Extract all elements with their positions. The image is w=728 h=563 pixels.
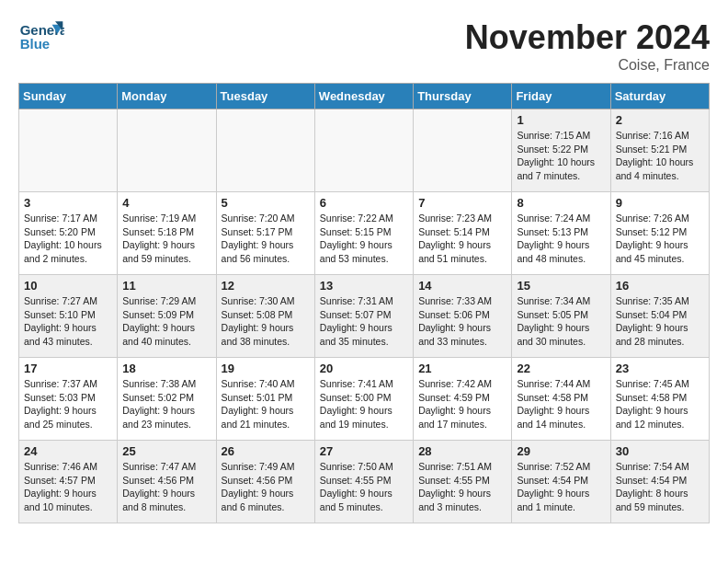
day-number: 22 (517, 362, 605, 375)
day-content: Sunrise: 7:22 AM Sunset: 5:15 PM Dayligh… (320, 212, 408, 266)
calendar-cell: 8Sunrise: 7:24 AM Sunset: 5:13 PM Daylig… (512, 192, 610, 275)
calendar-cell: 1Sunrise: 7:15 AM Sunset: 5:22 PM Daylig… (512, 109, 610, 192)
day-content: Sunrise: 7:51 AM Sunset: 4:55 PM Dayligh… (418, 460, 506, 514)
calendar-cell: 29Sunrise: 7:52 AM Sunset: 4:54 PM Dayli… (512, 441, 610, 523)
day-content: Sunrise: 7:49 AM Sunset: 4:56 PM Dayligh… (222, 460, 310, 514)
day-content: Sunrise: 7:23 AM Sunset: 5:14 PM Dayligh… (418, 212, 506, 266)
calendar-cell (314, 109, 413, 192)
day-number: 3 (24, 196, 112, 210)
logo: General Blue (18, 18, 68, 55)
day-number: 15 (517, 279, 605, 293)
weekday-header-row: SundayMondayTuesdayWednesdayThursdayFrid… (19, 84, 710, 109)
day-content: Sunrise: 7:41 AM Sunset: 5:00 PM Dayligh… (320, 377, 408, 431)
calendar-cell (118, 109, 216, 192)
day-number: 5 (222, 196, 310, 210)
day-content: Sunrise: 7:33 AM Sunset: 5:06 PM Dayligh… (418, 294, 506, 349)
day-content: Sunrise: 7:35 AM Sunset: 5:04 PM Dayligh… (616, 294, 704, 349)
calendar-week-row: 24Sunrise: 7:46 AM Sunset: 4:57 PM Dayli… (19, 441, 710, 523)
calendar-cell: 3Sunrise: 7:17 AM Sunset: 5:20 PM Daylig… (19, 192, 118, 275)
calendar-cell: 5Sunrise: 7:20 AM Sunset: 5:17 PM Daylig… (216, 192, 314, 275)
calendar-week-row: 17Sunrise: 7:37 AM Sunset: 5:03 PM Dayli… (19, 358, 710, 441)
day-content: Sunrise: 7:31 AM Sunset: 5:07 PM Dayligh… (320, 294, 408, 349)
calendar-cell (414, 109, 512, 192)
calendar-cell: 26Sunrise: 7:49 AM Sunset: 4:56 PM Dayli… (216, 441, 314, 523)
day-number: 16 (616, 279, 704, 293)
day-content: Sunrise: 7:46 AM Sunset: 4:57 PM Dayligh… (24, 460, 112, 514)
calendar-cell: 24Sunrise: 7:46 AM Sunset: 4:57 PM Dayli… (19, 441, 118, 523)
calendar-cell (216, 109, 314, 192)
day-number: 21 (418, 362, 506, 375)
calendar-cell: 25Sunrise: 7:47 AM Sunset: 4:56 PM Dayli… (118, 441, 216, 523)
day-number: 28 (418, 444, 506, 458)
calendar-cell: 9Sunrise: 7:26 AM Sunset: 5:12 PM Daylig… (610, 192, 709, 275)
location: Coise, France (465, 57, 710, 74)
day-number: 18 (122, 362, 210, 375)
calendar-cell: 21Sunrise: 7:42 AM Sunset: 4:59 PM Dayli… (414, 358, 512, 441)
day-content: Sunrise: 7:52 AM Sunset: 4:54 PM Dayligh… (517, 460, 605, 514)
calendar-cell: 28Sunrise: 7:51 AM Sunset: 4:55 PM Dayli… (414, 441, 512, 523)
page-header: General Blue November 2024 Coise, France (18, 18, 710, 74)
day-content: Sunrise: 7:44 AM Sunset: 4:58 PM Dayligh… (517, 377, 605, 431)
day-content: Sunrise: 7:24 AM Sunset: 5:13 PM Dayligh… (517, 212, 605, 266)
calendar-cell: 20Sunrise: 7:41 AM Sunset: 5:00 PM Dayli… (314, 358, 413, 441)
day-number: 17 (24, 362, 112, 375)
day-content: Sunrise: 7:26 AM Sunset: 5:12 PM Dayligh… (616, 212, 704, 266)
day-number: 29 (517, 444, 605, 458)
calendar-cell: 4Sunrise: 7:19 AM Sunset: 5:18 PM Daylig… (118, 192, 216, 275)
calendar-cell: 10Sunrise: 7:27 AM Sunset: 5:10 PM Dayli… (19, 275, 118, 358)
calendar-cell: 2Sunrise: 7:16 AM Sunset: 5:21 PM Daylig… (610, 109, 709, 192)
day-content: Sunrise: 7:15 AM Sunset: 5:22 PM Dayligh… (517, 129, 605, 183)
day-number: 25 (122, 444, 210, 458)
day-content: Sunrise: 7:17 AM Sunset: 5:20 PM Dayligh… (24, 212, 112, 266)
calendar-week-row: 3Sunrise: 7:17 AM Sunset: 5:20 PM Daylig… (19, 192, 710, 275)
day-content: Sunrise: 7:37 AM Sunset: 5:03 PM Dayligh… (24, 377, 112, 431)
day-content: Sunrise: 7:42 AM Sunset: 4:59 PM Dayligh… (418, 377, 506, 431)
calendar-cell: 23Sunrise: 7:45 AM Sunset: 4:58 PM Dayli… (610, 358, 709, 441)
day-content: Sunrise: 7:50 AM Sunset: 4:55 PM Dayligh… (320, 460, 408, 514)
logo-icon: General Blue (18, 18, 64, 55)
month-title: November 2024 (465, 18, 710, 57)
day-number: 8 (517, 196, 605, 210)
day-number: 7 (418, 196, 506, 210)
day-content: Sunrise: 7:54 AM Sunset: 4:54 PM Dayligh… (616, 460, 704, 514)
calendar-cell: 12Sunrise: 7:30 AM Sunset: 5:08 PM Dayli… (216, 275, 314, 358)
weekday-header-friday: Friday (512, 84, 610, 109)
day-content: Sunrise: 7:30 AM Sunset: 5:08 PM Dayligh… (222, 294, 310, 349)
calendar-week-row: 1Sunrise: 7:15 AM Sunset: 5:22 PM Daylig… (19, 109, 710, 192)
title-area: November 2024 Coise, France (465, 18, 710, 74)
calendar-cell: 17Sunrise: 7:37 AM Sunset: 5:03 PM Dayli… (19, 358, 118, 441)
day-content: Sunrise: 7:38 AM Sunset: 5:02 PM Dayligh… (122, 377, 210, 431)
day-number: 13 (320, 279, 408, 293)
day-content: Sunrise: 7:16 AM Sunset: 5:21 PM Dayligh… (616, 129, 704, 183)
day-content: Sunrise: 7:47 AM Sunset: 4:56 PM Dayligh… (122, 460, 210, 514)
day-number: 11 (122, 279, 210, 293)
calendar-cell: 18Sunrise: 7:38 AM Sunset: 5:02 PM Dayli… (118, 358, 216, 441)
weekday-header-monday: Monday (118, 84, 216, 109)
calendar-cell: 14Sunrise: 7:33 AM Sunset: 5:06 PM Dayli… (414, 275, 512, 358)
calendar-cell: 7Sunrise: 7:23 AM Sunset: 5:14 PM Daylig… (414, 192, 512, 275)
day-content: Sunrise: 7:45 AM Sunset: 4:58 PM Dayligh… (616, 377, 704, 431)
weekday-header-sunday: Sunday (19, 84, 118, 109)
day-content: Sunrise: 7:20 AM Sunset: 5:17 PM Dayligh… (222, 212, 310, 266)
day-content: Sunrise: 7:27 AM Sunset: 5:10 PM Dayligh… (24, 294, 112, 349)
day-number: 9 (616, 196, 704, 210)
day-number: 30 (616, 444, 704, 458)
weekday-header-thursday: Thursday (414, 84, 512, 109)
day-number: 26 (222, 444, 310, 458)
day-number: 23 (616, 362, 704, 375)
calendar-week-row: 10Sunrise: 7:27 AM Sunset: 5:10 PM Dayli… (19, 275, 710, 358)
day-number: 2 (616, 113, 704, 127)
calendar-cell: 6Sunrise: 7:22 AM Sunset: 5:15 PM Daylig… (314, 192, 413, 275)
calendar-cell (19, 109, 118, 192)
day-number: 19 (222, 362, 310, 375)
day-number: 27 (320, 444, 408, 458)
calendar-cell: 27Sunrise: 7:50 AM Sunset: 4:55 PM Dayli… (314, 441, 413, 523)
day-number: 6 (320, 196, 408, 210)
calendar-cell: 16Sunrise: 7:35 AM Sunset: 5:04 PM Dayli… (610, 275, 709, 358)
day-number: 4 (122, 196, 210, 210)
day-number: 12 (222, 279, 310, 293)
weekday-header-tuesday: Tuesday (216, 84, 314, 109)
calendar-cell: 13Sunrise: 7:31 AM Sunset: 5:07 PM Dayli… (314, 275, 413, 358)
day-number: 10 (24, 279, 112, 293)
day-number: 14 (418, 279, 506, 293)
